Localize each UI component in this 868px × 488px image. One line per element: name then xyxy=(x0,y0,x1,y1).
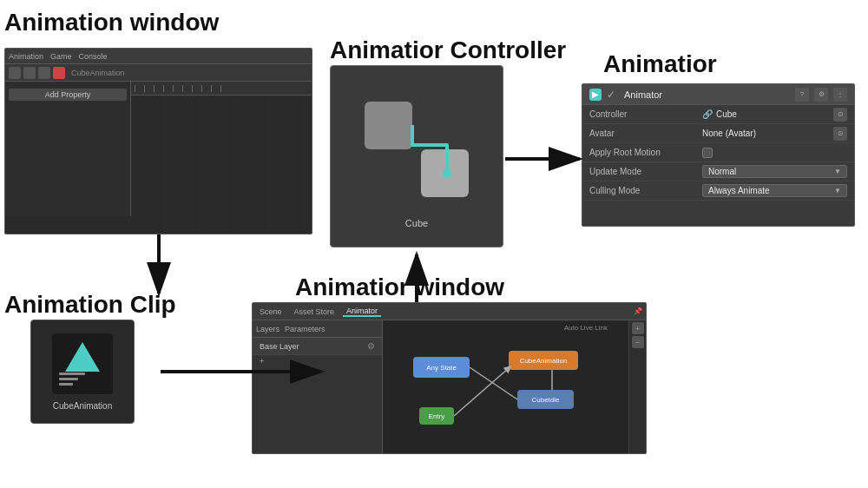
inspector-row-avatar: Avatar None (Avatar) ⊙ xyxy=(582,124,854,143)
tick xyxy=(154,85,155,92)
state-any-label: Any State xyxy=(426,364,457,372)
ctrl-prev[interactable] xyxy=(9,67,21,79)
animation-clip-panel: CubeAnimation xyxy=(30,320,135,424)
ctrl-next[interactable] xyxy=(38,67,50,79)
ctrl-name-label: Cube xyxy=(405,218,428,228)
aw-sidebar-tabs: Layers Parameters xyxy=(253,320,382,338)
inspector-label-update-mode: Update Mode xyxy=(589,167,702,176)
aw-base-layer-item[interactable]: Base Layer ⚙ xyxy=(253,338,382,355)
aw-right-bar: + − xyxy=(628,320,646,453)
inspector-value-controller: Cube xyxy=(716,109,830,119)
controller-link-icon: 🔗 xyxy=(702,109,713,119)
tick xyxy=(211,85,212,92)
state-any[interactable]: Any State xyxy=(413,357,470,378)
add-property-btn[interactable]: Add Property xyxy=(9,89,127,101)
state-cube-anim[interactable]: CubeAnimation xyxy=(509,351,578,370)
update-mode-dropdown[interactable]: Normal ▼ xyxy=(702,165,847,178)
inspector-row-controller: Controller 🔗 Cube ⊙ xyxy=(582,105,854,124)
aw-top-bar: Auto Live Link xyxy=(561,320,611,334)
animation-clip-label: Animation Clip xyxy=(4,291,176,319)
ctrl-connector-svg xyxy=(352,84,482,214)
inspector-label-avatar: Avatar xyxy=(589,129,702,138)
aw-right-btn2[interactable]: − xyxy=(632,336,644,348)
inspector-help-btn[interactable]: ? xyxy=(795,88,809,102)
aw-sidebar: Layers Parameters Base Layer ⚙ + xyxy=(253,320,383,453)
anim-sidebar: Add Property xyxy=(5,82,131,216)
tick xyxy=(192,85,193,92)
avatar-target-btn[interactable]: ⊙ xyxy=(833,127,847,141)
ctrl-rec[interactable] xyxy=(53,67,65,79)
inspector-label-controller: Controller xyxy=(589,109,702,119)
canvas-transitions-svg xyxy=(383,320,628,453)
timeline-ruler xyxy=(131,82,312,96)
aw-pin-btn[interactable]: 📌 xyxy=(634,307,642,315)
aw-body: Layers Parameters Base Layer ⚙ + Auto Li… xyxy=(253,320,646,453)
animator-inspector-panel: ▶ ✓ Animator ? ⚙ ⋮ Controller 🔗 Cube ⊙ A… xyxy=(582,83,855,227)
aw-layers-tab[interactable]: Layers xyxy=(256,325,279,333)
aw-layer-gear-icon[interactable]: ⚙ xyxy=(367,341,375,351)
clip-lines-icon xyxy=(59,373,85,386)
inspector-label-culling-mode: Culling Mode xyxy=(589,186,702,195)
animator-controller-panel: Cube xyxy=(330,65,503,247)
state-cube-idle[interactable]: CubeIdle xyxy=(517,390,574,409)
clip-icon xyxy=(52,333,113,394)
animator-window-panel: Scene Asset Store Animator 📌 Layers Para… xyxy=(252,302,647,454)
tick xyxy=(220,85,221,92)
aw-toolbar: Scene Asset Store Animator 📌 xyxy=(253,303,646,320)
inspector-title: Animator xyxy=(624,89,790,100)
aw-tab-animator[interactable]: Animator xyxy=(343,307,381,317)
aw-top-bar-text: Auto Live Link xyxy=(564,324,608,332)
inspector-row-culling-mode: Culling Mode Always Animate ▼ xyxy=(582,181,854,201)
tick xyxy=(144,85,145,92)
timeline-ticks xyxy=(131,85,225,92)
clip-line xyxy=(59,373,85,375)
controller-target-btn[interactable]: ⊙ xyxy=(833,108,847,122)
animator-controller-label: Animatior Controller xyxy=(330,36,566,64)
inspector-label-root-motion: Apply Root Motion xyxy=(589,148,702,157)
root-motion-checkbox[interactable] xyxy=(702,148,713,158)
aw-add-layer-row: + xyxy=(253,355,382,367)
inspector-check-icon[interactable]: ✓ xyxy=(607,89,619,101)
svg-line-2 xyxy=(470,367,517,399)
anim-toolbar: Animation Game Console xyxy=(5,49,312,64)
anim-tab-console[interactable]: Console xyxy=(79,52,108,61)
ctrl-play[interactable] xyxy=(23,67,36,79)
tick xyxy=(182,85,183,92)
anim-body: Add Property xyxy=(5,82,312,216)
inspector-settings-btn[interactable]: ⚙ xyxy=(814,88,828,102)
inspector-menu-btn[interactable]: ⋮ xyxy=(833,88,847,102)
anim-timeline xyxy=(131,82,312,216)
tick xyxy=(173,85,174,92)
animation-window-panel: Animation Game Console CubeAnimation Add… xyxy=(4,48,312,234)
aw-right-btn1[interactable]: + xyxy=(632,322,644,334)
state-entry-label: Entry xyxy=(429,412,445,420)
state-entry[interactable]: Entry xyxy=(419,407,454,425)
culling-mode-dropdown[interactable]: Always Animate ▼ xyxy=(702,184,847,197)
aw-parameters-tab[interactable]: Parameters xyxy=(285,325,326,333)
inspector-header: ▶ ✓ Animator ? ⚙ ⋮ xyxy=(582,84,854,105)
update-mode-arrow-icon: ▼ xyxy=(834,168,841,175)
anim-tab-animation[interactable]: Animation xyxy=(9,52,43,61)
animation-window-label: Animation window xyxy=(4,9,219,36)
tick xyxy=(135,85,135,92)
inspector-row-update-mode: Update Mode Normal ▼ xyxy=(582,162,854,181)
state-cube-anim-label: CubeAnimation xyxy=(520,357,568,365)
ctrl-icon-area xyxy=(352,84,482,214)
clip-line xyxy=(59,383,73,386)
animator-inspector-label: Animatior xyxy=(603,50,717,78)
aw-plus-icon[interactable]: + xyxy=(260,357,264,366)
aw-base-layer-label: Base Layer xyxy=(260,342,299,351)
aw-canvas: Auto Live Link Any State Entry CubeAnima… xyxy=(383,320,628,453)
anim-path: CubeAnimation xyxy=(71,69,125,77)
clip-name-label: CubeAnimation xyxy=(53,401,112,411)
anim-tab-game[interactable]: Game xyxy=(50,52,72,61)
animator-window-bottom-label: Animatior window xyxy=(295,274,504,301)
svg-point-0 xyxy=(443,169,451,178)
clip-triangle-icon xyxy=(65,342,100,372)
aw-tab-asset-store[interactable]: Asset Store xyxy=(291,307,339,316)
anim-controls: CubeAnimation xyxy=(5,64,312,82)
clip-line xyxy=(59,378,78,380)
culling-mode-value: Always Animate xyxy=(708,186,770,195)
aw-tab-scene[interactable]: Scene xyxy=(256,307,286,316)
culling-mode-arrow-icon: ▼ xyxy=(834,187,841,195)
